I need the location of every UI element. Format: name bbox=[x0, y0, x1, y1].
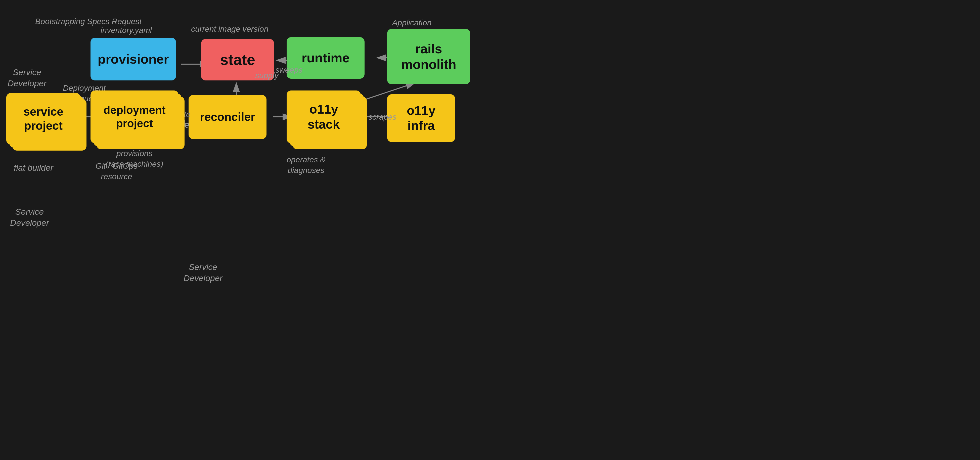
node-provisioner: provisioner bbox=[91, 38, 176, 80]
label-scrapes: scrapes bbox=[368, 112, 396, 123]
label-flat-builder: flat builder bbox=[14, 162, 53, 173]
node-service-project: serviceproject bbox=[6, 93, 80, 145]
label-service-dev-1: ServiceDeveloper bbox=[8, 67, 46, 89]
label-service-dev-2: ServiceDeveloper bbox=[10, 206, 49, 228]
label-inventory-yaml: inventory.yaml bbox=[100, 25, 152, 36]
node-o11y-infra: o11yinfra bbox=[387, 94, 455, 142]
label-operates-diagnoses: operates &diagnoses bbox=[286, 154, 326, 175]
label-supply: supply bbox=[255, 70, 278, 81]
node-reconciler: reconciler bbox=[189, 95, 267, 139]
label-sweeps: sweeps bbox=[275, 65, 303, 75]
node-o11y-stack: o11ystack bbox=[286, 91, 361, 143]
label-service-dev-3: ServiceDeveloper bbox=[183, 261, 223, 283]
label-current-image: current image version bbox=[191, 24, 269, 35]
label-git-gitops: Git / GitOpsresource bbox=[95, 161, 137, 182]
diagram-container: Bootstrapping Specs Request inventory.ya… bbox=[0, 0, 980, 460]
node-rails-monolith: railsmonolith bbox=[387, 29, 470, 84]
node-deployment-project: deploymentproject bbox=[91, 91, 178, 143]
